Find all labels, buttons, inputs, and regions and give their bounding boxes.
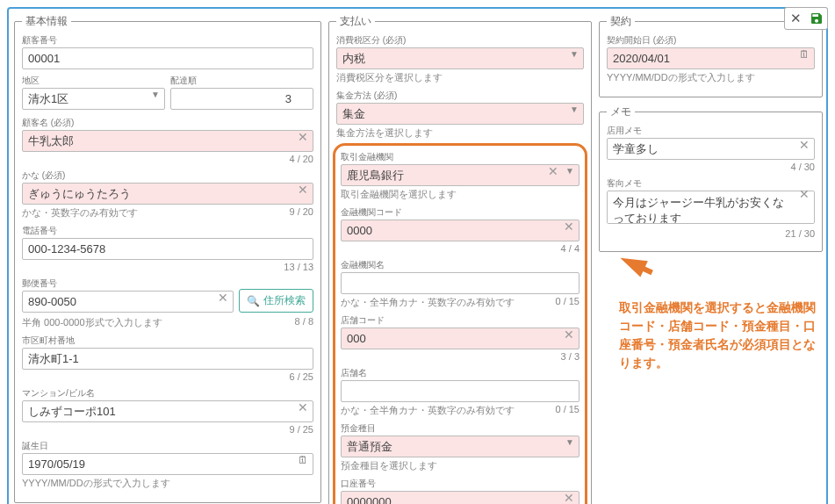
deposit-select[interactable] bbox=[341, 436, 579, 457]
kana-input[interactable] bbox=[22, 183, 313, 205]
branchcode-counter: 3 / 3 bbox=[341, 351, 579, 362]
calendar-icon[interactable]: 🗓 bbox=[298, 454, 308, 466]
clear-icon[interactable]: ✕ bbox=[298, 131, 308, 143]
dropdown-icon[interactable]: ▼ bbox=[151, 90, 160, 99]
delorder-input[interactable] bbox=[170, 88, 313, 110]
deposit-help: 預金種目を選択します bbox=[341, 459, 437, 472]
bankcode-counter: 4 / 4 bbox=[341, 243, 579, 254]
clear-icon[interactable]: ✕ bbox=[799, 139, 810, 151]
toolbar: ✕ bbox=[784, 7, 828, 30]
clear-icon[interactable]: ✕ bbox=[548, 165, 558, 177]
method-select[interactable] bbox=[336, 103, 584, 125]
bank-help: 取引金融機関を選択します bbox=[341, 188, 457, 201]
dropdown-icon[interactable]: ▼ bbox=[565, 437, 574, 447]
bankname-help: かな・全半角カナ・英数字のみ有効です bbox=[341, 296, 515, 309]
contract-legend: 契約 bbox=[607, 14, 635, 29]
custmemo-counter: 21 / 30 bbox=[607, 228, 815, 239]
postal-help: 半角 000-0000形式で入力します bbox=[22, 316, 162, 329]
bankcode-label: 金融機関コード bbox=[341, 206, 579, 219]
bldg-label: マンション/ビル名 bbox=[22, 387, 313, 400]
kana-help: かな・英数字のみ有効です bbox=[22, 206, 138, 220]
postal-label: 郵便番号 bbox=[22, 277, 234, 290]
tel-label: 電話番号 bbox=[22, 225, 313, 237]
area-label: 地区 bbox=[22, 75, 165, 87]
storememo-input[interactable] bbox=[607, 138, 815, 160]
city-counter: 6 / 25 bbox=[22, 371, 313, 382]
custno-label: 顧客番号 bbox=[22, 34, 313, 47]
custmemo-label: 客向メモ bbox=[607, 177, 815, 190]
bankname-counter: 0 / 15 bbox=[555, 296, 579, 309]
bank-highlight-group: 取引金融機関 ✕ ▼ 取引金融機関を選択します 金融機関コード ✕ 4 / 4 … bbox=[333, 143, 587, 504]
tax-select[interactable] bbox=[336, 47, 584, 69]
deposit-label: 預金種目 bbox=[341, 422, 579, 435]
basic-legend: 基本情報 bbox=[22, 14, 71, 29]
save-icon[interactable] bbox=[808, 10, 825, 27]
close-icon[interactable]: ✕ bbox=[787, 10, 804, 27]
delorder-label: 配達順 bbox=[170, 75, 313, 87]
area-select[interactable] bbox=[22, 88, 165, 110]
birth-help: YYYY/MM/DDの形式で入力します bbox=[22, 477, 170, 490]
bankname-label: 金融機関名 bbox=[341, 259, 579, 271]
storememo-counter: 4 / 30 bbox=[607, 162, 815, 172]
custno-input[interactable] bbox=[22, 47, 313, 69]
custname-input[interactable] bbox=[22, 130, 313, 152]
branchcode-input[interactable] bbox=[341, 328, 579, 349]
city-input[interactable] bbox=[22, 348, 313, 370]
acctno-input[interactable] bbox=[341, 491, 579, 504]
clear-icon[interactable]: ✕ bbox=[218, 292, 228, 304]
address-search-button[interactable]: 🔍 住所検索 bbox=[239, 289, 313, 313]
city-label: 市区町村番地 bbox=[22, 335, 313, 347]
clear-icon[interactable]: ✕ bbox=[799, 188, 810, 200]
method-help: 集金方法を選択します bbox=[336, 126, 433, 140]
pay-legend: 支払い bbox=[336, 14, 375, 29]
start-input[interactable] bbox=[607, 47, 815, 69]
method-label: 集金方法 (必須) bbox=[336, 90, 584, 102]
payment-section: 支払い 消費税区分 (必須) ▼ 消費税区分を選択します 集金方法 (必須) ▼… bbox=[328, 14, 592, 504]
acctno-label: 口座番号 bbox=[341, 478, 579, 490]
kana-counter: 9 / 20 bbox=[289, 206, 313, 220]
start-help: YYYY/MM/DDの形式で入力します bbox=[607, 71, 755, 84]
annotation-text: 取引金融機関を選択すると金融機関コード・店舗コード・預金種目・口座番号・預金者氏… bbox=[619, 299, 821, 372]
start-label: 契約開始日 (必須) bbox=[607, 34, 815, 47]
memo-section: メモ 店用メモ ✕ 4 / 30 客向メモ ✕ 21 / 30 bbox=[599, 104, 823, 252]
branchname-input[interactable] bbox=[341, 380, 579, 402]
bank-label: 取引金融機関 bbox=[341, 151, 579, 163]
memo-legend: メモ bbox=[607, 104, 635, 119]
clear-icon[interactable]: ✕ bbox=[564, 328, 574, 341]
tax-label: 消費税区分 (必須) bbox=[336, 34, 584, 47]
tax-help: 消費税区分を選択します bbox=[336, 71, 443, 84]
search-icon: 🔍 bbox=[247, 295, 260, 307]
branchcode-label: 店舗コード bbox=[341, 314, 579, 327]
custname-counter: 4 / 20 bbox=[22, 154, 313, 164]
bankname-input[interactable] bbox=[341, 272, 579, 294]
calendar-icon[interactable]: 🗓 bbox=[799, 48, 810, 61]
clear-icon[interactable]: ✕ bbox=[564, 492, 574, 504]
bankcode-input[interactable] bbox=[341, 220, 579, 241]
branchname-label: 店舗名 bbox=[341, 367, 579, 379]
birth-input[interactable] bbox=[22, 453, 313, 475]
bldg-input[interactable] bbox=[22, 400, 313, 422]
dropdown-icon[interactable]: ▼ bbox=[565, 166, 574, 176]
custname-label: 顧客名 (必須) bbox=[22, 117, 313, 129]
clear-icon[interactable]: ✕ bbox=[298, 184, 308, 196]
clear-icon[interactable]: ✕ bbox=[298, 401, 308, 414]
custmemo-input[interactable] bbox=[607, 191, 815, 224]
dropdown-icon[interactable]: ▼ bbox=[570, 49, 579, 59]
clear-icon[interactable]: ✕ bbox=[564, 220, 574, 233]
dropdown-icon[interactable]: ▼ bbox=[570, 104, 579, 114]
tel-input[interactable] bbox=[22, 238, 313, 260]
branchname-counter: 0 / 15 bbox=[555, 404, 579, 417]
postal-counter: 8 / 8 bbox=[295, 316, 313, 329]
bldg-counter: 9 / 25 bbox=[22, 424, 313, 435]
birth-label: 誕生日 bbox=[22, 440, 313, 452]
bank-select[interactable] bbox=[341, 164, 579, 186]
tel-counter: 13 / 13 bbox=[22, 262, 313, 272]
kana-label: かな (必須) bbox=[22, 169, 313, 182]
postal-input[interactable] bbox=[22, 291, 234, 313]
storememo-label: 店用メモ bbox=[607, 125, 815, 137]
branchname-help: かな・全半角カナ・英数字のみ有効です bbox=[341, 404, 515, 417]
basic-info-section: 基本情報 顧客番号 地区 ▼ 配達順 顧客名 (必須) ✕ bbox=[14, 14, 321, 503]
